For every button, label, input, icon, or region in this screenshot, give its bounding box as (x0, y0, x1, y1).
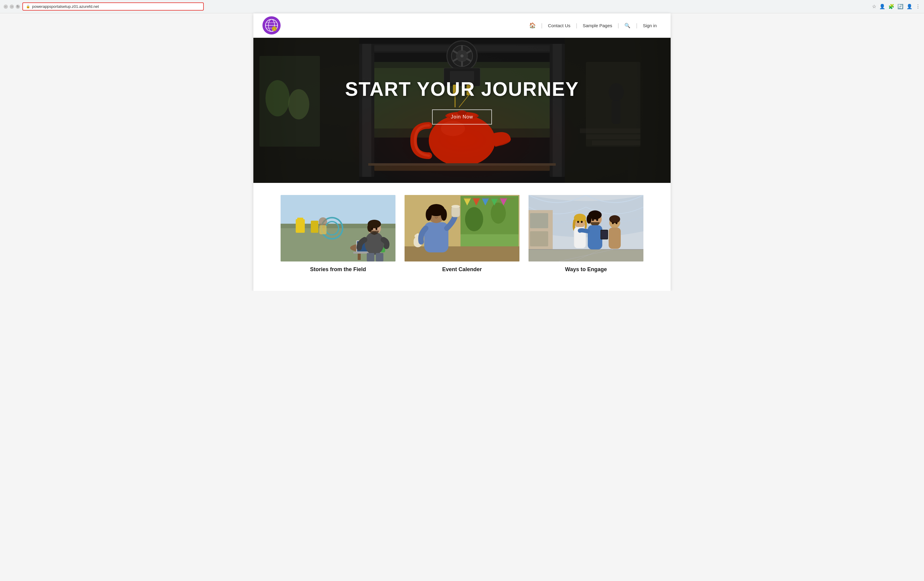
svg-point-114 (574, 214, 586, 222)
svg-rect-75 (319, 225, 327, 234)
extensions-icon[interactable]: 🧩 (888, 3, 894, 9)
svg-point-101 (433, 213, 436, 216)
svg-point-42 (288, 89, 309, 119)
svg-rect-23 (461, 61, 463, 66)
svg-rect-54 (297, 218, 303, 221)
svg-point-99 (426, 209, 432, 221)
browser-nav-buttons: ← → ↻ (3, 5, 20, 9)
svg-rect-81 (460, 234, 518, 249)
browser-chrome: ← → ↻ 🔒 powerappsportalsetup.z01.azurefd… (0, 0, 924, 13)
svg-rect-73 (376, 253, 383, 261)
forward-button[interactable]: → (10, 5, 14, 9)
svg-point-48 (609, 83, 624, 101)
hero-section: START YOUR JOURNEY Join Now (253, 38, 671, 183)
svg-point-41 (266, 80, 290, 116)
bookmark-icon[interactable]: ☆ (872, 3, 876, 9)
join-now-button[interactable]: Join Now (432, 109, 492, 125)
svg-rect-103 (451, 206, 460, 217)
svg-point-131 (615, 222, 617, 224)
svg-point-126 (596, 219, 598, 221)
svg-point-68 (367, 223, 372, 232)
svg-point-117 (577, 221, 579, 223)
svg-rect-124 (601, 230, 607, 239)
svg-point-125 (592, 219, 594, 221)
site-logo[interactable]: ↓ (262, 17, 280, 35)
card-stories: Stories from the Field (280, 195, 396, 273)
svg-rect-72 (367, 253, 374, 261)
address-bar[interactable]: 🔒 powerappsportalsetup.z01.azurefd.net (22, 2, 204, 11)
svg-point-130 (612, 222, 614, 224)
svg-rect-129 (609, 228, 621, 249)
svg-rect-53 (296, 219, 305, 233)
svg-point-71 (376, 228, 377, 230)
card-events-image (404, 195, 520, 261)
events-image-svg (404, 195, 520, 261)
svg-point-19 (460, 54, 464, 58)
lock-icon: 🔒 (26, 5, 30, 8)
card-stories-title: Stories from the Field (310, 266, 366, 273)
logo-svg: ↓ (265, 19, 278, 32)
svg-rect-49 (612, 100, 621, 124)
cards-section: Stories from the Field (253, 183, 671, 291)
site-header: ↓ 🏠 | Contact Us | Sample Pages | 🔍 | Si… (253, 13, 671, 38)
svg-point-70 (371, 228, 373, 230)
svg-rect-89 (404, 246, 520, 261)
ways-image-svg (528, 195, 644, 261)
site-nav: 🏠 | Contact Us | Sample Pages | 🔍 | Sign… (524, 22, 662, 29)
svg-rect-108 (530, 231, 548, 246)
browser-tools: ☆ 👤 🧩 🔄 👤 ⋮ (872, 3, 921, 9)
card-ways-title: Ways to Engage (565, 266, 607, 273)
back-button[interactable]: ← (3, 5, 8, 9)
svg-rect-46 (586, 135, 640, 139)
sync-icon[interactable]: 🔄 (898, 3, 903, 9)
hero-content: START YOUR JOURNEY Join Now (345, 78, 579, 125)
svg-rect-45 (580, 129, 640, 133)
menu-icon[interactable]: ⋮ (916, 3, 921, 9)
svg-point-74 (319, 217, 327, 226)
card-ways: Ways to Engage (528, 195, 644, 273)
card-events-title: Event Calender (442, 266, 482, 273)
account-icon[interactable]: 👤 (906, 3, 912, 9)
nav-sample[interactable]: Sample Pages (578, 23, 617, 28)
card-stories-image (280, 195, 396, 261)
svg-point-128 (609, 215, 620, 223)
svg-point-69 (365, 232, 384, 255)
svg-rect-20 (461, 45, 463, 51)
svg-point-118 (581, 221, 582, 223)
nav-contact[interactable]: Contact Us (543, 23, 575, 28)
nav-signin[interactable]: Sign in (638, 23, 662, 28)
profile-icon[interactable]: 👤 (879, 3, 885, 9)
url-text: powerappsportalsetup.z01.azurefd.net (32, 4, 99, 9)
svg-rect-38 (368, 163, 556, 166)
site-wrapper: ↓ 🏠 | Contact Us | Sample Pages | 🔍 | Si… (253, 13, 671, 291)
svg-point-102 (437, 213, 440, 216)
card-ways-image (528, 195, 644, 261)
svg-point-100 (441, 209, 447, 221)
svg-text:↓: ↓ (274, 27, 275, 31)
hero-title: START YOUR JOURNEY (345, 78, 579, 101)
nav-divider-4: | (636, 22, 637, 29)
stories-image-svg (280, 195, 396, 261)
svg-rect-55 (311, 221, 318, 233)
nav-divider-2: | (576, 22, 578, 29)
svg-point-79 (465, 207, 483, 231)
svg-rect-107 (530, 213, 548, 228)
nav-divider-3: | (618, 22, 619, 29)
home-icon[interactable]: 🏠 (524, 22, 541, 29)
svg-rect-122 (588, 225, 602, 249)
svg-rect-47 (592, 140, 640, 145)
svg-point-80 (491, 203, 506, 224)
refresh-button[interactable]: ↻ (16, 5, 20, 9)
nav-divider-1: | (541, 22, 543, 29)
search-icon[interactable]: 🔍 (620, 23, 635, 28)
card-events: Event Calender (404, 195, 520, 273)
svg-point-104 (451, 205, 460, 208)
